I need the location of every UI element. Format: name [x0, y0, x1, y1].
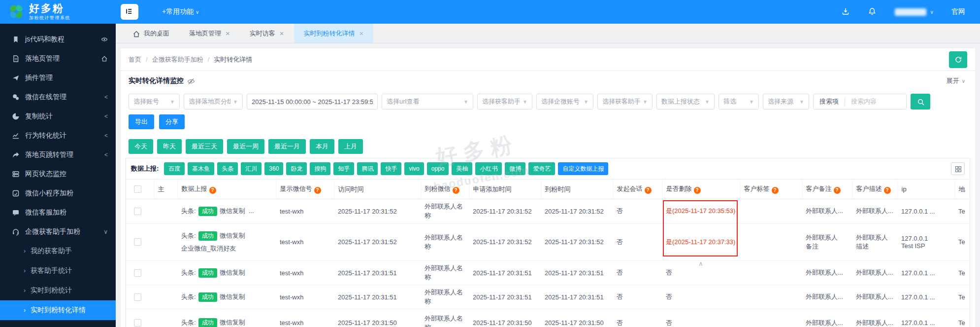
sidebar-subitem-2[interactable]: ›获客助手统计	[0, 261, 116, 281]
filter-select-10[interactable]: 选择来源▼	[763, 94, 809, 109]
cell-apply: 2025-11-17 20:31:52	[469, 199, 541, 223]
report-tag-2[interactable]: 基木鱼	[188, 162, 214, 175]
filter-select-2[interactable]: 选择落地页分组▼	[184, 94, 243, 109]
sidebar-item-3[interactable]: 插件管理	[0, 68, 116, 87]
quick-date-2[interactable]: 昨天	[157, 139, 182, 154]
collapse-caret[interactable]: ∧	[690, 260, 711, 267]
close-icon[interactable]: ×	[280, 30, 284, 37]
report-tag-1[interactable]: 百度	[164, 162, 185, 175]
help-icon[interactable]: ?	[694, 187, 701, 194]
quick-date-7[interactable]: 上月	[338, 139, 363, 154]
official-site-link[interactable]: 官网	[951, 7, 965, 16]
tab-3[interactable]: 实时访客×	[240, 24, 294, 43]
share-button[interactable]: 分享	[159, 114, 185, 129]
sidebar-item-4[interactable]: 微信在线管理<	[0, 87, 116, 107]
row-checkbox[interactable]	[134, 208, 141, 215]
sidebar-item-10[interactable]: 微信客服加粉	[0, 203, 116, 222]
expand-toggle[interactable]: 展开∨	[947, 76, 967, 85]
cell-region: Te	[954, 309, 970, 327]
breadcrumb: 首页/企微获客助手加粉/实时转化详情	[121, 48, 975, 71]
quick-date-3[interactable]: 最近三天	[186, 139, 223, 154]
help-icon[interactable]: ?	[772, 187, 779, 194]
sidebar-item-7[interactable]: 落地页跳转管理<	[0, 145, 116, 164]
notification-bell-icon[interactable]	[868, 7, 877, 16]
help-icon[interactable]: ?	[834, 187, 841, 194]
filter-select-9[interactable]: 筛选▼	[719, 94, 759, 109]
report-tag-6[interactable]: 卧龙	[286, 162, 307, 175]
help-icon[interactable]: ?	[209, 187, 216, 194]
report-tag-8[interactable]: 知乎	[333, 162, 354, 175]
report-tag-3[interactable]: 头条	[217, 162, 238, 175]
eye-icon[interactable]	[101, 36, 108, 43]
refresh-button[interactable]	[949, 51, 967, 68]
row-checkbox[interactable]	[134, 319, 141, 327]
report-tag-4[interactable]: 汇川	[241, 162, 261, 175]
quick-date-1[interactable]: 今天	[129, 139, 153, 154]
date-range-input[interactable]: 2025-11-15 00:00:00 ~ 2025-11-17 23:59:5…	[247, 94, 378, 109]
export-button[interactable]: 导出	[129, 114, 154, 129]
tab-1[interactable]: 我的桌面	[123, 24, 179, 43]
quick-date-5[interactable]: 最近一月	[268, 139, 306, 154]
sidebar-item-5[interactable]: 复制统计<	[0, 107, 116, 126]
search-key-select[interactable]: 搜索项	[814, 97, 845, 106]
row-checkbox[interactable]	[134, 269, 141, 277]
report-tag-7[interactable]: 搜狗	[310, 162, 330, 175]
filter-select-1[interactable]: 选择账号▼	[129, 94, 180, 109]
report-tag-14[interactable]: 小红书	[475, 162, 502, 175]
help-icon[interactable]: ?	[884, 187, 891, 194]
select-all-checkbox[interactable]	[134, 185, 141, 193]
close-icon[interactable]: ×	[359, 30, 364, 37]
eye-off-icon[interactable]	[187, 77, 195, 85]
quick-date-6[interactable]: 本月	[310, 139, 334, 154]
sidebar-item-8[interactable]: 网页状态监控	[0, 164, 116, 183]
close-icon[interactable]: ×	[226, 30, 230, 37]
filter-select-7[interactable]: 选择获客助手▼	[597, 94, 653, 109]
filter-select-5[interactable]: 选择获客助手分组▼	[477, 94, 532, 109]
quick-functions-menu[interactable]: +常用功能∨	[162, 7, 199, 16]
table-row-4: 头条:成功微信复制test-wxh2025-11-17 20:31:51外部联系…	[126, 285, 970, 309]
tab-4[interactable]: 实时到粉转化详情×	[294, 24, 374, 43]
custom-report-tag[interactable]: 自定义数据上报	[558, 162, 608, 175]
home-icon[interactable]	[101, 55, 108, 62]
quick-date-4[interactable]: 最近一周	[227, 139, 264, 154]
breadcrumb-item-2[interactable]: 企微获客助手加粉	[152, 55, 203, 64]
report-tag-12[interactable]: oppo	[427, 162, 449, 175]
sidebar-item-1[interactable]: js代码和教程	[0, 30, 116, 49]
user-account-menu[interactable]: ∨	[895, 8, 934, 16]
row-checkbox[interactable]	[134, 238, 141, 246]
sidebar-subitem-4[interactable]: ›实时到粉转化详情	[0, 300, 116, 320]
sidebar-nav: js代码和教程落地页管理插件管理微信在线管理<复制统计<行为转化统计<落地页跳转…	[0, 24, 116, 327]
sidebar-item-11[interactable]: 企微获客助手加粉∨	[0, 222, 116, 241]
report-tag-5[interactable]: 360	[264, 162, 283, 175]
report-tag-9[interactable]: 腾讯	[357, 162, 378, 175]
filter-select-8[interactable]: 数据上报状态▼	[656, 94, 715, 109]
download-icon[interactable]	[842, 7, 850, 16]
help-icon[interactable]: ?	[453, 187, 459, 194]
report-tag-10[interactable]: 快手	[381, 162, 401, 175]
chevron-down-icon: ▼	[461, 99, 468, 105]
filter-select-6[interactable]: 选择企微账号▼	[536, 94, 593, 109]
report-tag-16[interactable]: 爱奇艺	[528, 162, 555, 175]
breadcrumb-item-1[interactable]: 首页	[129, 55, 141, 64]
filter-placeholder: 筛选	[723, 97, 736, 106]
search-button[interactable]	[911, 94, 930, 109]
filter-select-4[interactable]: 选择url查看▼	[382, 94, 473, 109]
sidebar-subitem-3[interactable]: ›实时到粉统计	[0, 281, 116, 300]
collapse-menu-button[interactable]	[121, 4, 138, 20]
sidebar-item-2[interactable]: 落地页管理	[0, 49, 116, 68]
report-tag-11[interactable]: vivo	[404, 162, 424, 175]
tab-2[interactable]: 落地页管理×	[179, 24, 240, 43]
report-tag-15[interactable]: 微博	[505, 162, 525, 175]
report-tag-13[interactable]: 美柚	[452, 162, 472, 175]
sidebar-item-9[interactable]: 微信小程序加粉	[0, 183, 116, 203]
cell-region: Te	[954, 199, 970, 223]
column-settings-button[interactable]	[951, 162, 965, 175]
col-header-visit: 访问时间	[334, 180, 421, 199]
help-icon[interactable]: ?	[314, 187, 321, 194]
sidebar-item-6[interactable]: 行为转化统计<	[0, 126, 116, 145]
row-checkbox[interactable]	[134, 293, 141, 301]
sidebar-subitem-1[interactable]: ›我的获客助手	[0, 241, 116, 261]
help-icon[interactable]: ?	[645, 187, 652, 194]
search-input[interactable]: 搜索内容	[845, 97, 882, 106]
search-box[interactable]: 搜索项搜索内容	[813, 94, 907, 109]
